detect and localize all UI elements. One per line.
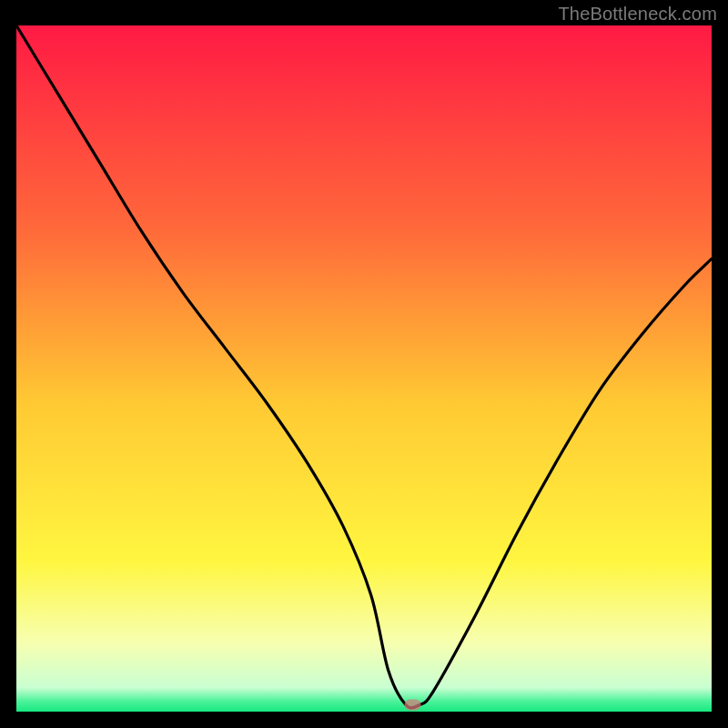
chart-frame: TheBottleneck.com xyxy=(0,0,728,728)
gradient-background xyxy=(16,25,712,712)
chart-svg xyxy=(16,25,712,712)
plot-area xyxy=(16,25,712,712)
watermark-text: TheBottleneck.com xyxy=(558,4,717,25)
minimum-marker xyxy=(404,699,420,710)
